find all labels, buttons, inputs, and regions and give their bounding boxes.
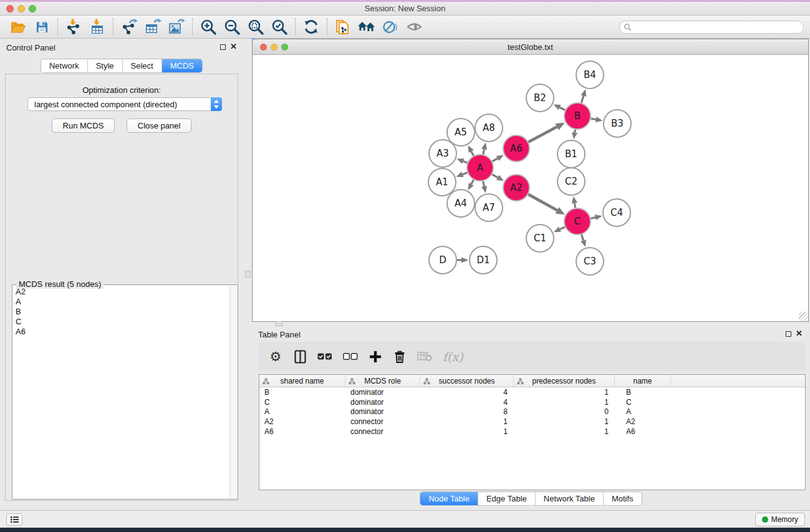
edge-C-C3[interactable] bbox=[582, 235, 584, 241]
close-panel-button[interactable]: Close panel bbox=[127, 118, 192, 133]
edge-B-B3[interactable] bbox=[591, 118, 596, 119]
graph-node-label-C: C bbox=[574, 216, 581, 227]
cell-name: A2 bbox=[615, 417, 671, 426]
select-all-icon[interactable] bbox=[317, 349, 332, 364]
export-table-icon[interactable] bbox=[141, 17, 165, 37]
edge-B-B2[interactable] bbox=[560, 107, 566, 110]
edge-A-A2[interactable] bbox=[492, 175, 498, 178]
graph-node-label-B2: B2 bbox=[534, 92, 546, 104]
delete-rows-icon[interactable] bbox=[393, 349, 407, 364]
cell-mcds-role: connector bbox=[345, 427, 420, 436]
refresh-icon[interactable] bbox=[299, 17, 323, 37]
result-list-scrollbar[interactable] bbox=[229, 285, 238, 499]
result-item-a2[interactable]: A2 bbox=[16, 287, 229, 297]
import-network-icon[interactable] bbox=[62, 17, 85, 37]
save-session-icon[interactable] bbox=[30, 17, 54, 37]
edge-A6-B[interactable] bbox=[528, 127, 557, 142]
toolbar-separator bbox=[113, 18, 113, 36]
insert-column-icon[interactable] bbox=[293, 349, 307, 364]
table-row[interactable]: Adominator80A bbox=[259, 407, 805, 417]
edge-A-A3[interactable] bbox=[463, 162, 468, 163]
network-view-window: testGlobe.txt B4B2BB3A8A5A6A3B1AA1C2A2A4… bbox=[252, 39, 809, 322]
graph-node-label-D: D bbox=[439, 254, 446, 266]
zoom-in-icon[interactable] bbox=[196, 17, 220, 37]
tab-select[interactable]: Select bbox=[122, 59, 162, 72]
toolbar-separator bbox=[327, 18, 327, 36]
edge-B-B1[interactable] bbox=[575, 130, 576, 133]
deselect-all-icon[interactable] bbox=[343, 349, 358, 364]
table-tabs: Node TableEdge TableNetwork TableMotifs bbox=[252, 491, 810, 506]
open-session-icon[interactable] bbox=[6, 17, 30, 37]
run-mcds-button[interactable]: Run MCDS bbox=[52, 118, 115, 133]
graph-node-label-C2: C2 bbox=[565, 176, 577, 187]
tab-mcds[interactable]: MCDS bbox=[162, 59, 202, 72]
column-header-successor-nodes[interactable]: successor nodes bbox=[420, 375, 514, 387]
criterion-selected-value: largest connected component (directed) bbox=[28, 100, 211, 109]
zoom-out-icon[interactable] bbox=[220, 17, 244, 37]
table-tab-network-table[interactable]: Network Table bbox=[535, 492, 603, 505]
window-resize-grip[interactable] bbox=[799, 312, 808, 321]
table-row[interactable]: Bdominator41B bbox=[259, 387, 805, 397]
float-table-panel-icon[interactable] bbox=[786, 331, 791, 337]
memory-button[interactable]: Memory bbox=[755, 513, 805, 526]
import-table-icon[interactable] bbox=[85, 17, 109, 37]
edge-A2-C[interactable] bbox=[528, 195, 557, 211]
network-window-titlebar: testGlobe.txt bbox=[253, 39, 808, 55]
function-builder-icon-disabled: f(x) bbox=[443, 349, 463, 364]
zoom-fit-icon[interactable] bbox=[244, 17, 268, 37]
edge-A-A1[interactable] bbox=[463, 173, 468, 175]
optimization-criterion-select[interactable]: largest connected component (directed) bbox=[27, 97, 222, 111]
edge-C-C4[interactable] bbox=[591, 218, 595, 219]
tab-network[interactable]: Network bbox=[41, 59, 87, 72]
result-item-a6[interactable]: A6 bbox=[16, 327, 229, 337]
zoom-selected-icon[interactable] bbox=[268, 17, 291, 37]
cell-predecessor-nodes: 1 bbox=[514, 398, 615, 407]
memory-label: Memory bbox=[771, 515, 798, 524]
result-item-b[interactable]: B bbox=[16, 307, 229, 317]
task-history-button[interactable] bbox=[6, 513, 22, 526]
column-header-predecessor-nodes[interactable]: predecessor nodes bbox=[514, 375, 615, 387]
edge-arrowhead bbox=[481, 186, 487, 193]
close-table-panel-icon[interactable]: ✕ bbox=[796, 329, 803, 338]
export-network-icon[interactable] bbox=[117, 17, 141, 37]
column-header-shared-name[interactable]: shared name bbox=[259, 375, 345, 387]
home-icon[interactable] bbox=[355, 17, 378, 37]
hierarchy-sort-icon bbox=[349, 378, 355, 385]
search-field[interactable] bbox=[619, 21, 804, 34]
search-input[interactable] bbox=[632, 23, 803, 32]
table-row[interactable]: A6connector11A6 bbox=[259, 427, 805, 437]
close-panel-icon[interactable]: ✕ bbox=[230, 42, 237, 51]
edge-B-B4[interactable] bbox=[581, 95, 583, 102]
add-row-icon[interactable] bbox=[369, 349, 382, 364]
table-tab-motifs[interactable]: Motifs bbox=[603, 492, 642, 505]
result-item-a[interactable]: A bbox=[16, 297, 229, 307]
new-session-from-network-icon[interactable] bbox=[331, 17, 355, 37]
gene-view-icon[interactable] bbox=[378, 17, 402, 37]
tab-style[interactable]: Style bbox=[87, 59, 122, 72]
edge-A-A4[interactable] bbox=[471, 180, 474, 184]
float-panel-icon[interactable] bbox=[220, 44, 226, 50]
edge-A-A5[interactable] bbox=[471, 152, 474, 156]
table-row[interactable]: Cdominator41C bbox=[259, 397, 805, 407]
table-toolbar: ⚙ f(x) bbox=[259, 342, 806, 371]
vertical-splitter-handle[interactable] bbox=[245, 271, 251, 278]
eye-icon[interactable] bbox=[402, 17, 426, 37]
column-label: name bbox=[633, 377, 652, 385]
export-image-icon[interactable] bbox=[165, 17, 188, 37]
edge-A-A7[interactable] bbox=[483, 181, 485, 186]
status-bar: Memory bbox=[0, 510, 810, 528]
edge-C-C2[interactable] bbox=[574, 203, 575, 208]
column-label: successor nodes bbox=[438, 377, 494, 385]
column-header-mcds-role[interactable]: MCDS role bbox=[345, 375, 420, 387]
result-item-c[interactable]: C bbox=[16, 317, 229, 327]
table-row[interactable]: A2connector11A2 bbox=[259, 417, 805, 427]
network-canvas[interactable]: B4B2BB3A8A5A6A3B1AA1C2A2A4A7C4CC1C3DD1 bbox=[253, 55, 808, 321]
table-tab-edge-table[interactable]: Edge Table bbox=[478, 492, 535, 505]
edge-C-C1[interactable] bbox=[560, 227, 565, 230]
graph-node-label-A: A bbox=[477, 162, 484, 173]
edge-A-A6[interactable] bbox=[492, 158, 498, 162]
table-options-icon[interactable]: ⚙ bbox=[269, 349, 282, 364]
column-header-name[interactable]: name bbox=[615, 375, 671, 387]
edge-A-A8[interactable] bbox=[483, 149, 485, 154]
table-tab-node-table[interactable]: Node Table bbox=[420, 492, 478, 505]
